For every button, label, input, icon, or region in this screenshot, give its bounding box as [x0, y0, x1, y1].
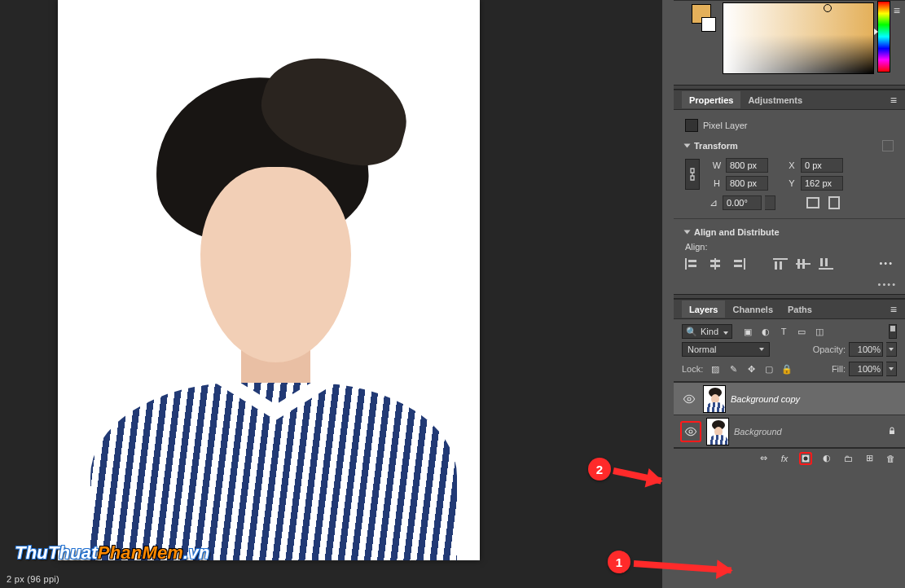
photo-content — [58, 0, 480, 560]
layer-thumbnail[interactable] — [703, 385, 726, 413]
align-vcenter-icon[interactable] — [796, 258, 811, 270]
document-canvas[interactable] — [58, 0, 480, 560]
lock-artboard-icon[interactable]: ▢ — [763, 363, 775, 375]
h-label: H — [711, 178, 723, 188]
link-layers-icon[interactable]: ⇔ — [757, 452, 770, 465]
opacity-field[interactable] — [849, 342, 883, 357]
filter-shape-icon[interactable]: ▭ — [796, 326, 807, 337]
layer-name[interactable]: Background — [734, 427, 882, 437]
filter-pixel-icon[interactable]: ▣ — [742, 326, 753, 337]
layer-row[interactable]: Background — [674, 415, 905, 447]
flip-horizontal-icon[interactable] — [806, 197, 819, 208]
lock-all-icon[interactable]: 🔒 — [781, 363, 793, 375]
layer-list: Background copy Background — [674, 381, 905, 448]
transform-reset-icon[interactable] — [882, 140, 894, 151]
watermark: ThuThuatPhanMem.vn — [15, 542, 210, 564]
layer-fx-icon[interactable]: fx — [778, 452, 791, 465]
new-group-icon[interactable]: 🗀 — [841, 452, 854, 465]
panel-menu-icon[interactable]: ≡ — [882, 94, 905, 107]
link-dimensions-icon[interactable] — [685, 159, 700, 190]
properties-panel: Properties Adjustments ≡ Pixel Layer Tra… — [674, 90, 905, 294]
watermark-part3: .vn — [183, 542, 209, 563]
callout-badge-1: 1 — [608, 551, 630, 573]
background-swatch[interactable] — [701, 17, 716, 32]
svg-point-0 — [688, 397, 691, 401]
layer-thumbnail[interactable] — [706, 418, 729, 445]
rotation-dropdown[interactable] — [765, 195, 775, 210]
color-panel: ≡ — [674, 0, 905, 85]
layer-visibility-toggle[interactable] — [682, 423, 700, 441]
section-align[interactable]: Align and Distribute — [685, 227, 894, 237]
w-label: W — [711, 160, 723, 170]
filter-smart-icon[interactable]: ◫ — [814, 326, 825, 337]
tab-channels[interactable]: Channels — [725, 301, 780, 318]
layers-toolbar: ⇔ fx ◐ 🗀 ⊞ 🗑 — [674, 448, 905, 467]
rotate-icon: ⊿ — [710, 197, 718, 208]
color-picker-cursor[interactable] — [824, 4, 832, 12]
opacity-dropdown[interactable] — [886, 342, 897, 357]
add-mask-icon[interactable] — [799, 452, 812, 465]
blend-mode-dropdown[interactable]: Normal — [682, 342, 770, 357]
tab-adjustments[interactable]: Adjustments — [740, 91, 810, 108]
tab-paths[interactable]: Paths — [780, 301, 819, 318]
tab-layers[interactable]: Layers — [682, 301, 725, 318]
color-field[interactable] — [723, 2, 874, 74]
lock-transparent-icon[interactable]: ▨ — [710, 363, 721, 375]
layers-panel: Layers Channels Paths ≡ 🔍 Kind ▣ ◐ T — [674, 299, 905, 467]
filter-type-icon[interactable]: T — [778, 326, 789, 337]
svg-point-3 — [804, 456, 808, 460]
lock-label: Lock: — [682, 364, 703, 374]
height-field[interactable] — [726, 176, 768, 191]
fill-label: Fill: — [832, 364, 846, 374]
adjustment-layer-icon[interactable]: ◐ — [820, 452, 833, 465]
flip-vertical-icon[interactable] — [828, 196, 840, 209]
filter-adjust-icon[interactable]: ◐ — [760, 326, 771, 337]
new-layer-icon[interactable]: ⊞ — [863, 452, 876, 465]
tab-properties[interactable]: Properties — [682, 91, 740, 108]
pixel-layer-icon — [685, 119, 698, 132]
align-label: Align: — [685, 242, 894, 252]
hue-slider-handle[interactable] — [874, 29, 878, 35]
align-bottom-icon[interactable] — [819, 258, 833, 270]
canvas-area[interactable]: ThuThuatPhanMem.vn 2 px (96 ppi) 2 1 — [0, 0, 662, 588]
fill-field[interactable] — [849, 362, 883, 376]
align-right-icon[interactable] — [731, 258, 745, 270]
delete-layer-icon[interactable]: 🗑 — [884, 452, 897, 465]
align-left-icon[interactable] — [685, 258, 700, 270]
lock-position-icon[interactable]: ✥ — [745, 363, 757, 375]
layer-visibility-toggle[interactable] — [680, 390, 698, 408]
x-label: X — [786, 160, 797, 170]
watermark-part2: PhanMem — [98, 542, 183, 563]
callout-arrow-2 — [613, 467, 661, 484]
section-transform[interactable]: Transform — [685, 140, 894, 151]
align-more-icon[interactable]: ••• — [879, 258, 894, 270]
align-top-icon[interactable] — [773, 258, 788, 270]
lock-image-icon[interactable]: ✎ — [727, 363, 739, 375]
layer-row[interactable]: Background copy — [674, 382, 905, 415]
align-hcenter-icon[interactable] — [708, 258, 723, 270]
fill-dropdown[interactable] — [886, 362, 897, 376]
opacity-label: Opacity: — [813, 344, 846, 354]
panel-overflow-icon[interactable]: •••• — [878, 279, 897, 289]
width-field[interactable] — [726, 158, 768, 173]
rotation-field[interactable] — [723, 195, 762, 210]
panel-menu-icon[interactable]: ≡ — [894, 4, 900, 17]
lock-icon — [887, 426, 898, 437]
layer-name[interactable]: Background copy — [731, 394, 898, 404]
y-label: Y — [786, 178, 797, 188]
status-bar: 2 px (96 ppi) — [0, 572, 662, 588]
x-field[interactable] — [801, 158, 843, 173]
panel-menu-icon[interactable]: ≡ — [882, 303, 905, 316]
layer-filter-kind-dropdown[interactable]: 🔍 Kind — [682, 324, 732, 339]
layer-type-label: Pixel Layer — [703, 121, 747, 130]
svg-point-1 — [689, 430, 692, 433]
search-icon: 🔍 — [686, 327, 697, 337]
watermark-part1: ThuThuat — [15, 542, 98, 563]
callout-badge-2: 2 — [588, 458, 611, 480]
document-info: 2 px (96 ppi) — [7, 574, 59, 584]
layer-filter-toggle[interactable] — [889, 324, 897, 339]
y-field[interactable] — [801, 176, 843, 191]
hue-slider[interactable] — [877, 1, 890, 72]
